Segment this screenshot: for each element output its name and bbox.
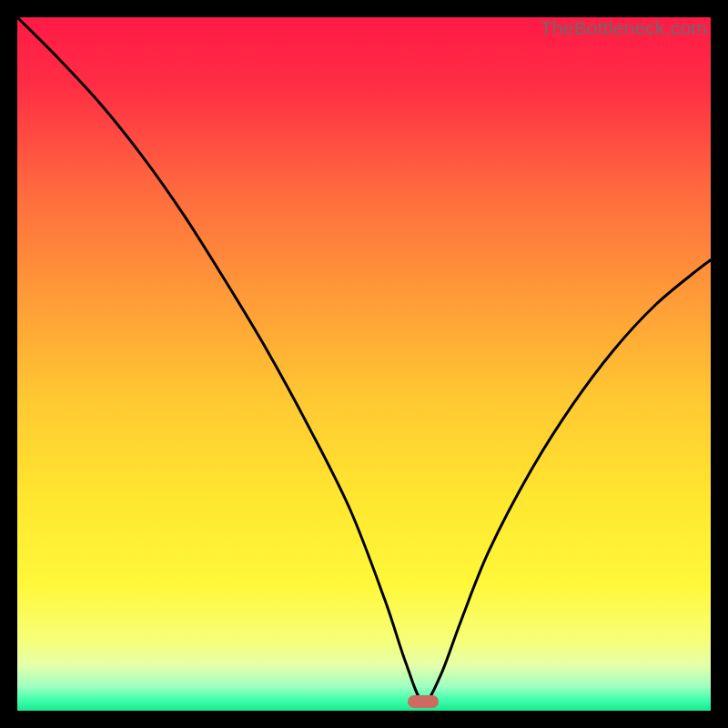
chart-frame: TheBottleneck.com bbox=[17, 17, 711, 711]
watermark-label: TheBottleneck.com bbox=[541, 17, 707, 39]
minimum-marker bbox=[408, 695, 439, 708]
bottleneck-curve bbox=[17, 17, 711, 711]
